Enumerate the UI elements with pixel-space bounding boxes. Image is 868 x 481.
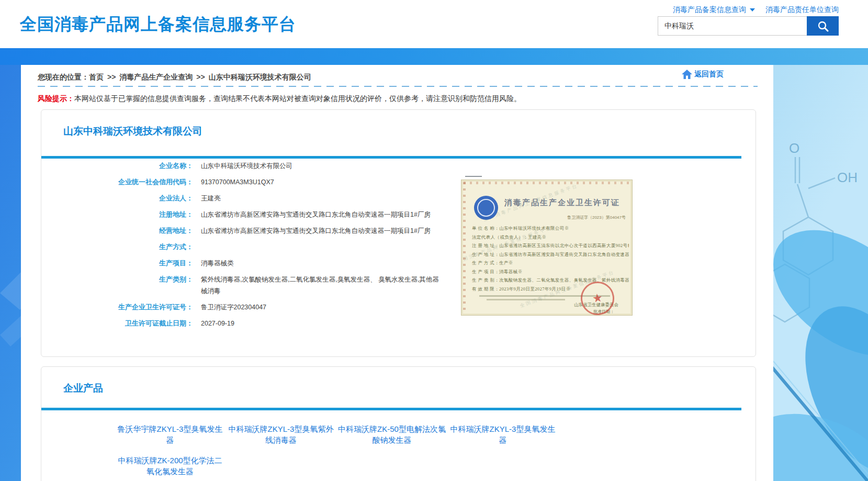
breadcrumb-separator: >> (107, 73, 116, 81)
certificate-border-decor (464, 182, 630, 184)
main-panel: 您现在的位置：首页>>消毒产品生产企业查询>>山东中科瑞沃环境技术有限公司 返回… (21, 65, 773, 481)
certificate-line: 单 位 名 称：山东中科瑞沃环境技术有限公司※ (472, 224, 629, 233)
field-value: 紫外线消毒器,次氯酸钠发生器,二氧化氯发生器,臭氧发生器、 臭氧水发生器,其他器… (201, 274, 443, 297)
card-divider (41, 156, 741, 159)
field-row-production-category: 生产类别： 紫外线消毒器,次氯酸钠发生器,二氧化氯发生器,臭氧发生器、 臭氧水发… (41, 274, 502, 297)
field-label: 生产企业卫生许可证号： (41, 301, 193, 313)
site-header: 全国消毒产品网上备案信息服务平台 消毒产品备案信息查询 消毒产品责任单位查询 (0, 0, 868, 48)
product-list: 鲁沃华宇牌ZKYL-3型臭氧发生器 中科瑞沃牌ZKYL-3型臭氧紫外线消毒器 中… (115, 423, 565, 477)
field-label: 卫生许可证截止日期： (41, 318, 193, 329)
field-value: 山东中科瑞沃环境技术有限公司 (201, 160, 292, 172)
search-button[interactable] (807, 16, 839, 36)
chevron-down-icon (750, 8, 755, 12)
company-fields: 企业名称： 山东中科瑞沃环境技术有限公司 企业统一社会信用代码： 9137070… (41, 160, 502, 334)
back-home-link[interactable]: 返回首页 (681, 69, 724, 80)
search-bar (658, 16, 839, 36)
risk-notice: 风险提示：本网站仅基于已掌握的信息提供查询服务，查询结果不代表本网站对被查询对象… (38, 93, 521, 104)
certificate-image: 全国消毒产品网上备案信息服务平台 全国消毒产品网上备案信息服务平台 全国消毒产品… (461, 180, 633, 316)
certificate-line: 生 产 方 式：生产※ (472, 259, 629, 267)
breadcrumb-enterprise-query[interactable]: 消毒产品生产企业查询 (119, 73, 193, 81)
risk-notice-label: 风险提示： (38, 94, 74, 103)
nav-link-label: 消毒产品备案信息查询 (673, 5, 746, 15)
field-row-license-expiry: 卫生许可证截止日期： 2027-09-19 (41, 318, 502, 329)
product-link[interactable]: 中科瑞沃牌ZK-50型电解法次氯酸钠发生器 (336, 423, 447, 445)
home-icon (681, 69, 693, 80)
field-row-production-mode: 生产方式： (41, 241, 502, 253)
breadcrumb-separator: >> (196, 73, 205, 81)
field-label: 生产方式： (41, 241, 193, 253)
certificate-title: 消毒产品生产企业卫生许可证 (504, 198, 628, 208)
site-title: 全国消毒产品网上备案信息服务平台 (20, 14, 296, 35)
nav-link-filing-info-query[interactable]: 消毒产品备案信息查询 (673, 5, 755, 15)
certificate-number: 鲁卫消证字（2023）第04047号 (567, 215, 626, 220)
products-card-title: 企业产品 (63, 382, 103, 395)
back-home-label: 返回首页 (694, 70, 724, 79)
field-label: 生产项目： (41, 258, 193, 269)
certificate-line: 法定代表人（或负责人）：王建亮※ (472, 233, 629, 242)
field-value: 2027-09-19 (201, 318, 234, 329)
field-value: 鲁卫消证字202304047 (201, 301, 266, 313)
field-row-production-project: 生产项目： 消毒器械类 (41, 258, 502, 269)
product-link[interactable]: 中科瑞沃牌ZKYL-3型臭氧发生器 (447, 423, 558, 445)
certificate-border-decor (463, 182, 466, 313)
field-row-name: 企业名称： 山东中科瑞沃环境技术有限公司 (41, 160, 502, 172)
seal-star: ★ (592, 292, 604, 305)
field-label: 企业法人： (41, 193, 193, 204)
image-loading-dash (465, 176, 482, 177)
certificate-body: 单 位 名 称：山东中科瑞沃环境技术有限公司※ 法定代表人（或负责人）：王建亮※… (472, 224, 629, 293)
field-label: 企业名称： (41, 160, 193, 172)
field-row-license-number: 生产企业卫生许可证号： 鲁卫消证字202304047 (41, 301, 502, 313)
products-card: 企业产品 鲁沃华宇牌ZKYL-3型臭氧发生器 中科瑞沃牌ZKYL-3型臭氧紫外线… (41, 366, 756, 481)
certificate-line: 生 产 项 目：消毒器械※ (472, 267, 629, 276)
nav-link-label: 消毒产品责任单位查询 (765, 5, 839, 15)
field-row-credit-code: 企业统一社会信用代码： 91370700MA3M3U1QX7 (41, 176, 502, 188)
nav-link-responsible-unit-query[interactable]: 消毒产品责任单位查询 (765, 5, 839, 15)
field-label: 注册地址： (41, 209, 193, 220)
breadcrumb: 您现在的位置：首页>>消毒产品生产企业查询>>山东中科瑞沃环境技术有限公司 (38, 71, 311, 83)
product-link[interactable]: 中科瑞沃牌ZK-200型化学法二氧化氯发生器 (115, 455, 226, 477)
product-link[interactable]: 鲁沃华宇牌ZKYL-3型臭氧发生器 (115, 423, 226, 445)
field-value: 消毒器械类 (201, 258, 234, 269)
field-label: 生产类别： (41, 274, 193, 285)
card-divider (41, 408, 741, 410)
search-input[interactable] (658, 16, 807, 36)
field-row-registered-address: 注册地址： 山东省潍坊市高新区潍安路与宝通街交叉路口东北角自动变速器一期项目1#… (41, 209, 502, 220)
breadcrumb-prefix: 您现在的位置： (38, 73, 89, 81)
breadcrumb-home[interactable]: 首页 (89, 73, 104, 81)
header-accent-band (0, 48, 868, 65)
svg-text:O: O (789, 140, 799, 156)
dashed-divider (38, 86, 758, 87)
breadcrumb-current: 山东中科瑞沃环境技术有限公司 (209, 73, 311, 81)
field-label: 经营地址： (41, 225, 193, 237)
field-value: 山东省潍坊市高新区潍安路与宝通街交叉路口东北角自动变速器一期项目1#厂房 (201, 209, 431, 220)
field-value: 王建亮 (201, 193, 221, 204)
svg-text:OH: OH (837, 170, 858, 185)
top-nav: 消毒产品备案信息查询 消毒产品责任单位查询 (673, 5, 839, 15)
risk-notice-text: 本网站仅基于已掌握的信息提供查询服务，查询结果不代表本网站对被查询对象信用状况的… (74, 94, 521, 103)
field-label: 企业统一社会信用代码： (41, 176, 193, 188)
certificate-footnote-line (487, 299, 565, 300)
certificate-line: 注 册 地 址：山东省潍坊高新区玉清东街以北中心次干道以西高新大厦902号科研楼 (472, 241, 629, 250)
field-row-legal-person: 企业法人： 王建亮 (41, 193, 502, 204)
field-value: 山东省潍坊市高新区潍安路与宝通街交叉路口东北角自动变速器一期项目1#厂房 (201, 225, 431, 237)
certificate-line: 生 产 地 址：山东省潍坊市高新区潍安路与宝通街交叉路口东北角自动变速器一期项目… (472, 250, 629, 259)
search-icon (817, 20, 829, 32)
company-card-title: 山东中科瑞沃环境技术有限公司 (63, 125, 202, 138)
product-link[interactable]: 中科瑞沃牌ZKYL-3型臭氧紫外线消毒器 (226, 423, 336, 445)
field-value: 91370700MA3M3U1QX7 (201, 176, 274, 188)
health-authority-emblem-icon (474, 196, 498, 220)
company-card: 山东中科瑞沃环境技术有限公司 企业名称： 山东中科瑞沃环境技术有限公司 企业统一… (41, 109, 756, 357)
field-row-business-address: 经营地址： 山东省潍坊市高新区潍安路与宝通街交叉路口东北角自动变速器一期项目1#… (41, 225, 502, 237)
